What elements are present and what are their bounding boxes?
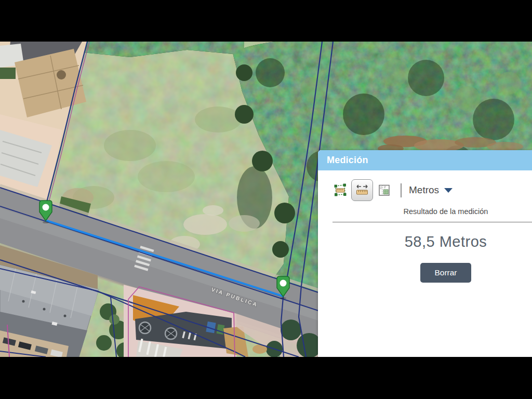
toolbar-divider xyxy=(401,183,402,197)
measure-distance-button[interactable] xyxy=(351,179,373,201)
result-label: Resultado de la medición xyxy=(360,207,532,216)
letterbox-bottom xyxy=(0,357,532,399)
measurement-panel: Medición xyxy=(318,150,532,357)
distance-ruler-icon xyxy=(355,183,369,197)
location-grid-icon xyxy=(378,184,391,197)
measure-area-button[interactable] xyxy=(332,179,348,201)
measure-location-button[interactable] xyxy=(376,179,392,201)
letterbox-top xyxy=(0,0,532,42)
area-ruler-icon xyxy=(334,183,347,197)
unit-dropdown[interactable]: Metros xyxy=(409,184,453,196)
measurement-result: 58,5 Metros xyxy=(360,233,532,250)
screen: VIA PUBLICA Medición xyxy=(0,0,532,399)
panel-header: Medición xyxy=(318,150,532,170)
clear-button[interactable]: Borrar xyxy=(420,263,471,283)
chevron-down-icon xyxy=(444,188,453,193)
unit-label: Metros xyxy=(409,184,439,196)
panel-title: Medición xyxy=(318,155,368,166)
result-divider xyxy=(332,222,532,222)
result-area: Resultado de la medición xyxy=(360,207,532,216)
measurement-toolbar: Metros xyxy=(330,179,532,201)
result-body: 58,5 Metros Borrar xyxy=(360,233,532,283)
